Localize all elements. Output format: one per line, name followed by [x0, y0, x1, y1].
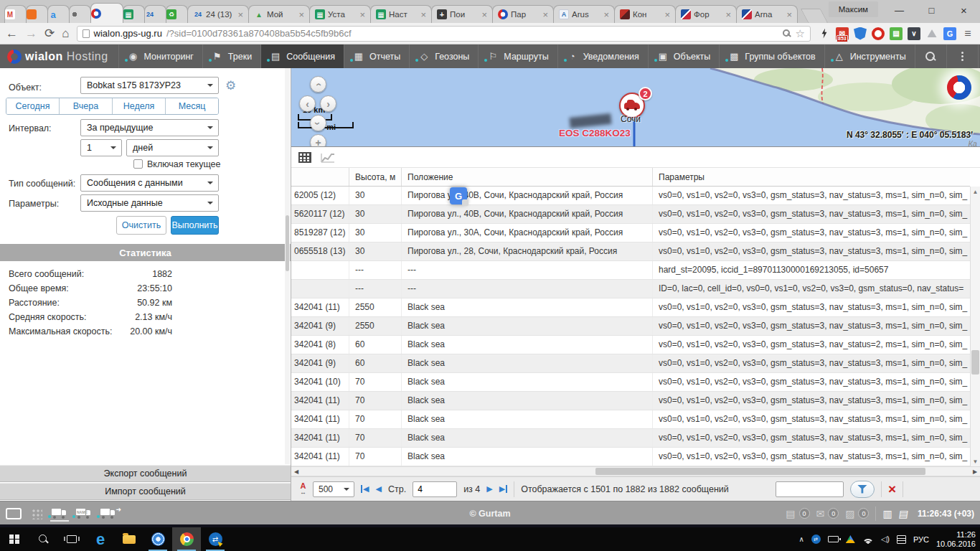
browser-tab[interactable]: ×: [26, 5, 48, 23]
show-unit-names-icon[interactable]: NAME: [76, 509, 91, 517]
translate-extension-icon[interactable]: G: [943, 27, 956, 40]
search-button[interactable]: [915, 44, 946, 68]
close-tab-icon[interactable]: ×: [786, 10, 792, 19]
horizontal-scroll-thumb[interactable]: [595, 468, 925, 475]
follow-units-icon[interactable]: ➜: [100, 509, 116, 517]
page-size-select[interactable]: 500: [313, 481, 354, 497]
wrench-icon[interactable]: ⚙: [225, 78, 236, 93]
scroll-left-icon[interactable]: ◀: [291, 467, 301, 476]
google-drive-tray-icon[interactable]: [846, 535, 855, 543]
vertical-scroll-thumb[interactable]: [971, 350, 979, 375]
browser-profile-name[interactable]: Максим: [829, 1, 878, 17]
browser-tab[interactable]: Пар ×: [492, 5, 554, 23]
file-explorer-button[interactable]: [115, 527, 143, 551]
browser-tab[interactable]: Уста ×: [309, 5, 371, 23]
close-button[interactable]: ×: [948, 0, 980, 20]
tray-expand-icon[interactable]: ∧: [798, 535, 804, 543]
nav-item[interactable]: Треки: [202, 44, 260, 68]
maximize-button[interactable]: □: [915, 0, 948, 20]
bookmark-star-icon[interactable]: ☆: [796, 28, 805, 39]
browser-app-button[interactable]: [143, 527, 172, 551]
browser-tab[interactable]: Кон ×: [614, 5, 676, 23]
close-tab-icon[interactable]: ×: [542, 10, 548, 19]
home-icon[interactable]: ⌂: [62, 27, 69, 39]
scroll-up-icon[interactable]: ▲: [971, 187, 980, 197]
first-page-icon[interactable]: ◀: [361, 485, 369, 493]
new-tab-button[interactable]: [801, 9, 829, 23]
toggle-panel-icon[interactable]: [6, 508, 22, 519]
chart-view-icon[interactable]: [320, 151, 336, 164]
include-current-checkbox[interactable]: [133, 159, 143, 169]
filter-button[interactable]: [850, 481, 875, 498]
nav-item[interactable]: Мониторинг: [118, 44, 202, 68]
browser-tab[interactable]: ×: [47, 5, 70, 23]
map-source-icon[interactable]: ▤: [898, 509, 909, 519]
table-row[interactable]: 342041 (11) 70 Black sea vs0=0, vs1=0, v…: [291, 429, 970, 448]
quick-range-button[interactable]: Сегодня: [6, 98, 59, 114]
table-row[interactable]: 342041 (11) 70 Black sea vs0=0, vs1=0, v…: [291, 392, 970, 410]
print-extension-icon[interactable]: ▤: [890, 27, 903, 40]
browser-tab[interactable]: ×: [123, 5, 145, 23]
table-row[interactable]: 342041 (9) 2550 Black sea vs0=0, vs1=0, …: [291, 317, 970, 336]
next-page-icon[interactable]: ▶: [486, 485, 492, 493]
task-view-button[interactable]: [57, 527, 86, 551]
close-tab-icon[interactable]: ×: [481, 10, 487, 19]
browser-tab[interactable]: ×: [4, 5, 27, 23]
interval-select[interactable]: За предыдущие: [80, 119, 219, 136]
nav-item[interactable]: Группы объектов: [719, 44, 824, 68]
parameters-select[interactable]: Исходные данные: [80, 194, 219, 212]
table-row[interactable]: 62005 (12) 30 Пирогова ул., 40В, Сочи, К…: [291, 187, 970, 205]
browser-tab[interactable]: Мой ×: [248, 5, 310, 23]
interval-count-select[interactable]: 1: [80, 139, 122, 156]
map-pan-right-button[interactable]: ›: [320, 95, 336, 112]
browser-tab[interactable]: Пои ×: [431, 5, 493, 23]
quick-range-button[interactable]: Неделя: [112, 98, 165, 114]
taskbar-clock[interactable]: 11:2610.06.2016: [936, 530, 976, 549]
browser-tab[interactable]: ×: [90, 3, 123, 23]
nav-item[interactable]: Геозоны: [409, 44, 478, 68]
last-page-icon[interactable]: ▶: [499, 485, 507, 493]
show-units-icon[interactable]: [52, 509, 67, 517]
nav-item[interactable]: Инструменты: [824, 44, 915, 68]
close-tab-icon[interactable]: ×: [725, 10, 731, 19]
media-icon[interactable]: ▨: [845, 509, 854, 519]
wifi-icon[interactable]: [862, 535, 874, 544]
browser-tab[interactable]: 24 (13) ×: [187, 5, 249, 23]
volume-icon[interactable]: ◁): [881, 534, 890, 544]
close-tab-icon[interactable]: ×: [420, 10, 426, 19]
apps-grid-icon[interactable]: [31, 508, 42, 519]
more-menu-button[interactable]: [946, 44, 978, 68]
export-messages-button[interactable]: Экспорт сообщений: [0, 465, 291, 482]
action-center-icon[interactable]: [897, 535, 906, 544]
autofit-columns-icon[interactable]: A↔: [300, 483, 306, 496]
edge-button[interactable]: e: [86, 527, 115, 551]
panel-scrollbar[interactable]: [285, 68, 290, 464]
clear-filter-icon[interactable]: ×: [888, 482, 896, 496]
google-translate-popup-icon[interactable]: G: [450, 187, 467, 204]
chrome-menu-icon[interactable]: ≡: [961, 27, 974, 40]
browser-tab[interactable]: Фор ×: [675, 5, 737, 23]
prev-page-icon[interactable]: ◀: [375, 485, 381, 493]
language-indicator[interactable]: РУС: [913, 535, 929, 544]
browser-tab[interactable]: Наст ×: [370, 5, 432, 23]
table-row[interactable]: 8519287 (12) 30 Пирогова ул., 30А, Сочи,…: [291, 224, 970, 242]
battery-icon[interactable]: [828, 536, 839, 542]
lightning-extension-icon[interactable]: [818, 27, 831, 40]
driver-messages-icon[interactable]: ▤: [786, 509, 795, 519]
object-select[interactable]: Bobkat s175 8173УР23: [80, 77, 219, 94]
key-icon[interactable]: [782, 29, 791, 38]
map-pan-left-button[interactable]: ‹: [299, 95, 316, 112]
horizontal-scrollbar[interactable]: ◀ ▶: [291, 466, 980, 476]
table-row[interactable]: --- --- ID=0, lac=0, cell_id=0, vs0=0, v…: [291, 280, 970, 298]
blocker-extension-icon[interactable]: [872, 27, 885, 40]
table-row[interactable]: 342041 (11) 70 Black sea vs0=0, vs1=0, v…: [291, 410, 970, 429]
teamviewer-tray-icon[interactable]: ⇄: [811, 534, 821, 544]
table-row[interactable]: 5620117 (12) 30 Пирогова ул., 40В, Сочи,…: [291, 205, 970, 224]
clear-button[interactable]: Очистить: [116, 216, 166, 235]
vpn-shield-extension-icon[interactable]: [854, 27, 867, 40]
table-row[interactable]: 342041 (11) 70 Black sea vs0=0, vs1=0, v…: [291, 448, 970, 466]
map-pan-up-button[interactable]: ›: [310, 76, 326, 93]
map-pan-down-button[interactable]: ›: [310, 115, 326, 131]
browser-tab[interactable]: ×: [166, 5, 188, 23]
nav-item[interactable]: Уведомления: [557, 44, 648, 68]
